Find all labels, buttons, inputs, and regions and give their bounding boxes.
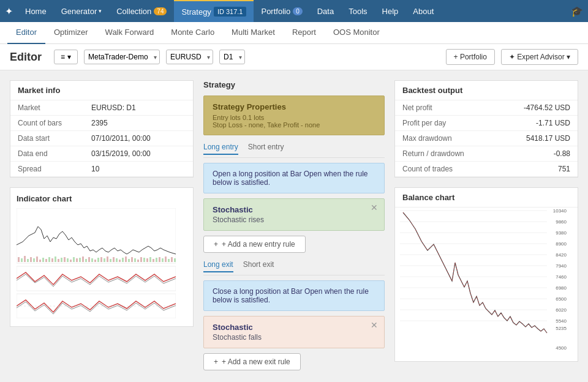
svg-rect-24 [88,257,90,262]
add-icon: + [214,240,218,249]
long-exit-rule-box: Close a long position at Bar Open when t… [203,280,385,311]
strategy-title: Strategy [203,80,385,89]
market-value: EURUSD: D1 [84,100,193,116]
svg-rect-43 [146,258,148,262]
portfolio-button[interactable]: + Portfolio [446,49,495,65]
tab-short-exit[interactable]: Short exit [243,260,274,272]
tab-long-entry[interactable]: Long entry [203,143,238,155]
table-row: Spread 10 [10,162,193,177]
menu-dropdown-icon: ▾ [67,53,71,61]
svg-rect-26 [94,260,96,262]
market-info-panel: Market info Market EURUSD: D1 Count of b… [10,80,194,178]
nav-tools[interactable]: Tools [341,0,374,22]
svg-rect-19 [73,257,75,262]
count-bars-value: 2395 [84,116,193,131]
data-start-label: Data start [10,131,84,146]
svg-rect-37 [128,259,130,262]
tab-report[interactable]: Report [284,22,325,44]
svg-rect-49 [165,257,167,262]
svg-text:6500: 6500 [556,296,567,302]
tab-editor[interactable]: Editor [7,22,45,44]
long-entry-rule-box: Open a long position at Bar Open when th… [203,163,385,193]
svg-text:5235: 5235 [556,326,567,331]
tab-monte-carlo[interactable]: Monte Carlo [162,22,223,44]
entry-rule-title: Stochastic [213,205,375,214]
nav-data[interactable]: Data [310,0,341,22]
tab-oos-monitor[interactable]: OOS Monitor [325,22,388,44]
symbol-select[interactable]: EURUSD [166,50,213,64]
svg-rect-44 [149,257,151,262]
svg-rect-4 [27,259,29,262]
svg-rect-27 [97,258,99,262]
portfolio-badge: 0 [293,7,303,15]
count-trades-value: 751 [496,162,578,177]
svg-text:9380: 9380 [556,230,567,236]
symbol-select-wrap[interactable]: EURUSD [166,50,213,64]
entry-rule-close-button[interactable]: ✕ [371,203,378,212]
collection-badge: 74 [154,7,167,15]
broker-select-wrap[interactable]: MetaTrader-Demo [84,50,160,64]
exit-rule-close-button[interactable]: ✕ [371,320,378,330]
svg-rect-38 [131,257,133,262]
tab-long-exit[interactable]: Long exit [203,260,233,272]
tab-optimizer[interactable]: Optimizer [45,22,97,44]
svg-rect-21 [79,258,81,262]
svg-rect-34 [119,260,121,262]
add-entry-rule-button[interactable]: + + Add a new entry rule [203,236,306,253]
svg-rect-33 [116,258,118,262]
tab-short-entry[interactable]: Short entry [248,143,284,155]
market-info-title: Market info [10,81,193,100]
backtest-title: Backtest output [395,81,578,100]
profit-day-value: -1.71 USD [496,116,578,131]
table-row: Return / drawdown -0.88 [395,146,578,162]
net-profit-label: Net profit [395,100,496,116]
data-start-value: 07/10/2011, 00:00 [84,131,193,146]
spread-label: Spread [10,162,84,177]
entry-rule-subtitle: Stochastic rises [213,215,375,224]
svg-rect-48 [162,258,164,262]
nav-help[interactable]: Help [375,0,406,22]
strategy-props-title: Strategy Properties [213,102,375,111]
svg-rect-28 [100,257,102,262]
backtest-panel: Backtest output Net profit -4764.52 USD … [394,80,578,178]
backtest-table: Net profit -4764.52 USD Profit per day -… [395,100,578,177]
broker-select[interactable]: MetaTrader-Demo [84,50,160,64]
max-drawdown-label: Max drawdown [395,131,496,146]
svg-rect-31 [110,259,111,262]
add-icon: + [214,358,218,366]
editor-toolbar: Editor ≡ ▾ MetaTrader-Demo EURUSD D1 + P… [0,44,588,70]
exit-tabs: Long exit Short exit [203,260,385,275]
svg-rect-36 [125,257,127,262]
svg-text:9860: 9860 [556,219,567,225]
svg-rect-17 [67,258,69,262]
timeframe-select-wrap[interactable]: D1 [219,50,245,64]
tab-walk-forward[interactable]: Walk Forward [97,22,163,44]
max-drawdown-value: 5418.17 USD [496,131,578,146]
svg-rect-22 [82,257,84,262]
nav-strategy[interactable]: Strategy ID 317.1 [174,0,254,22]
return-drawdown-value: -0.88 [496,146,578,162]
nav-collection[interactable]: Collection 74 [109,0,174,22]
svg-rect-52 [174,258,176,262]
nav-generator[interactable]: Generator ▾ [54,0,110,22]
svg-rect-30 [107,257,108,262]
svg-rect-39 [134,258,136,262]
nav-home[interactable]: Home [18,0,54,22]
count-trades-label: Count of trades [395,162,496,177]
net-profit-value: -4764.52 USD [496,100,578,116]
svg-rect-32 [113,257,115,262]
nav-portfolio[interactable]: Portfolio 0 [254,0,309,22]
balance-chart-panel: Balance chart 10340 9860 9380 8900 8420 … [394,187,578,362]
data-end-value: 03/15/2019, 00:00 [84,146,193,162]
svg-rect-7 [36,257,38,262]
main-content: Market info Market EURUSD: D1 Count of b… [0,70,588,382]
menu-button[interactable]: ≡ ▾ [54,50,78,64]
nav-about[interactable]: About [405,0,441,22]
timeframe-select[interactable]: D1 [219,50,245,64]
svg-rect-51 [171,257,173,262]
svg-rect-45 [153,259,154,262]
table-row: Count of trades 751 [395,162,578,177]
add-exit-rule-button[interactable]: + + Add a new exit rule [203,353,301,370]
expert-advisor-button[interactable]: ✦ Expert Advisor ▾ [501,49,578,65]
tab-multi-market[interactable]: Multi Market [223,22,284,44]
